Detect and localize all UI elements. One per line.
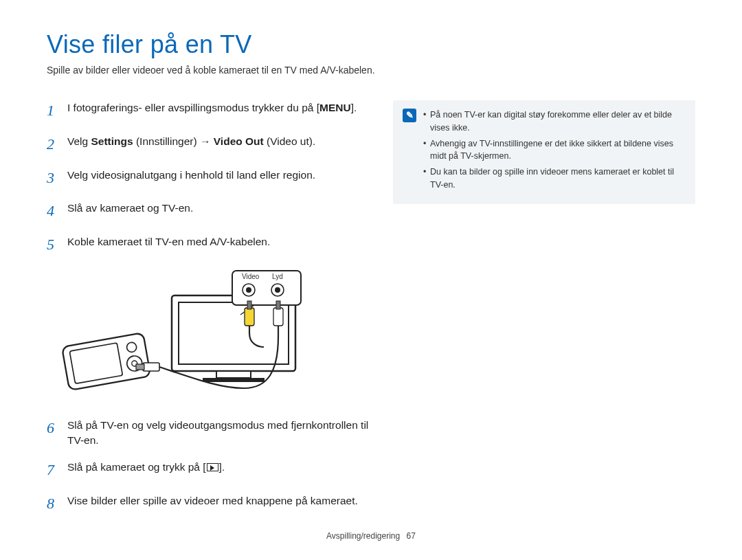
svg-rect-3 (203, 378, 265, 382)
svg-rect-10 (245, 308, 254, 326)
playback-icon (207, 463, 218, 471)
svg-point-8 (275, 287, 280, 293)
svg-rect-19 (143, 363, 159, 371)
step-number: 5 (47, 234, 67, 256)
step-5: 5 Koble kameraet til TV-en med A/V-kabel… (47, 234, 376, 256)
note-item: På noen TV-er kan digital støy forekomme… (423, 109, 686, 135)
note-item: Avhengig av TV-innstillingene er det ikk… (423, 137, 686, 164)
svg-rect-13 (276, 301, 280, 309)
step-3: 3 Velg videosignalutgang i henhold til l… (47, 168, 376, 189)
page-title: Vise filer på en TV (47, 30, 695, 59)
step-number: 7 (47, 460, 67, 481)
svg-rect-1 (179, 302, 289, 364)
svg-rect-20 (136, 364, 144, 370)
page-footer: Avspilling/redigering 67 (0, 531, 742, 541)
step-number: 1 (47, 100, 67, 122)
step-number: 4 (47, 201, 67, 222)
page-subtitle: Spille av bilder eller videoer ved å kob… (47, 65, 695, 76)
step-text: Slå på TV-en og velg videoutgangsmodus m… (67, 418, 376, 447)
note-icon: ✎ (403, 109, 416, 122)
step-number: 8 (47, 493, 67, 515)
steps-column: 1 I fotograferings- eller avspillingsmod… (47, 100, 376, 527)
step-number: 6 (47, 418, 67, 447)
audio-label: Lyd (272, 273, 283, 280)
step-text: I fotograferings- eller avspillingsmodus… (67, 100, 357, 122)
footer-section: Avspilling/redigering (326, 531, 400, 541)
step-text: Velg videosignalutgang i henhold til lan… (67, 168, 315, 189)
step-2: 2 Velg Settings (Innstillinger) → Video … (47, 134, 376, 155)
step-4: 4 Slå av kameraet og TV-en. (47, 201, 376, 222)
svg-rect-12 (247, 301, 251, 309)
step-8: 8 Vise bilder eller spille av videoer me… (47, 493, 376, 515)
step-text: Vise bilder eller spille av videoer med … (67, 493, 358, 515)
step-number: 2 (47, 134, 67, 155)
note-item: Du kan ta bilder og spille inn videoer m… (423, 166, 686, 192)
note-list: På noen TV-er kan digital støy forekomme… (423, 109, 686, 194)
video-label: Video (242, 273, 260, 280)
svg-point-6 (246, 287, 251, 293)
step-text: Slå på kameraet og trykk på []. (67, 460, 225, 481)
step-1: 1 I fotograferings- eller avspillingsmod… (47, 100, 376, 122)
svg-rect-2 (216, 371, 251, 378)
step-6: 6 Slå på TV-en og velg videoutgangsmodus… (47, 418, 376, 447)
step-7: 7 Slå på kameraet og trykk på []. (47, 460, 376, 481)
step-text: Slå av kameraet og TV-en. (67, 201, 193, 222)
page-number: 67 (407, 531, 416, 541)
step-text: Velg Settings (Innstillinger) → Video Ou… (67, 134, 315, 155)
note-box: ✎ På noen TV-er kan digital støy forekom… (393, 100, 695, 204)
connection-diagram: Video Lyd (41, 268, 376, 405)
step-text: Koble kameraet til TV-en med A/V-kabelen… (67, 234, 270, 256)
step-number: 3 (47, 168, 67, 189)
svg-rect-11 (273, 308, 283, 326)
